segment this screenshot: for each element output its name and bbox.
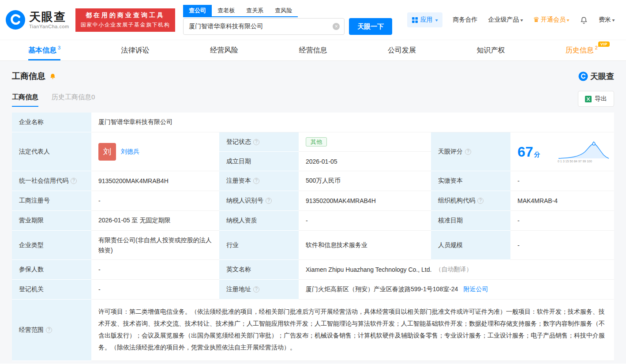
business-info-table: 企业名称 厦门智谱华章科技有限公司 法定代表人 刘 刘德兵 登记状态 ? 其他 … [12,113,614,361]
export-button[interactable]: 导出 [578,91,614,107]
field-legal-rep-value: 刘 刘德兵 [91,132,219,171]
search-tab-relation[interactable]: 查关系 [240,5,269,16]
tab-operating-risk[interactable]: 经营风险 [210,40,238,60]
tab-basic-info[interactable]: 基本信息 3 [28,40,60,60]
help-question-icon[interactable]: ? [46,327,52,333]
field-establish-date-label: 成立日期 [219,152,299,171]
chevron-down-icon: ▾ [612,18,615,23]
search-button[interactable]: 天眼一下 [349,18,392,35]
status-badge: 其他 [306,137,327,146]
field-credit-code-value: 91350200MAK4MRAB4H [91,171,219,191]
field-english-name-label: 英文名称 [219,260,299,280]
score-axis-labels: 0 1 3 15 50 84 97 99 100 [558,160,611,163]
main-nav: 基本信息 3 法律诉讼 经营风险 经营信息 公司发展 知识产权 历史信息 2 V… [0,40,626,61]
field-establish-date-value: 2026-01-05 [299,152,431,171]
tab-intellectual-property[interactable]: 知识产权 [476,40,505,60]
brand-domain: TianYanCha.com [29,24,69,29]
promo-line2: 国家中小企业发展子基金旗下机构 [81,21,170,29]
help-question-icon[interactable]: ? [477,198,484,204]
score-number: 67 [517,145,533,159]
field-business-scope-value: 许可项目：第二类增值电信业务。（依法须经批准的项目，经相关部门批准后方可开展经营… [91,300,614,361]
help-question-icon[interactable]: ? [253,286,259,293]
top-menu: 应用 ▾ 商务合作 企业级产品 ▾ ♛ 开通会员 ▾ 费米 ▾ [407,12,615,27]
nearby-companies-link[interactable]: 附近公司 [463,285,488,293]
notification-bell-icon[interactable] [580,16,588,24]
tab-operating-info[interactable]: 经营信息 [299,40,327,60]
user-menu[interactable]: 费米 ▾ [599,16,615,24]
menu-enterprise-label: 企业级产品 [488,16,519,24]
vip-badge: VIP [598,41,610,47]
help-question-icon[interactable]: ? [253,178,259,184]
menu-cooperation-label: 商务合作 [453,16,478,24]
tianyancha-logo-icon [578,71,588,81]
field-english-name-value: Xiamen Zhipu Huazhang Technology Co., Lt… [299,260,614,280]
field-taxpayer-quality-label: 纳税人资质 [219,211,299,231]
top-header: 天眼查 TianYanCha.com 都在用的商业查询工具 国家中小企业发展子基… [0,0,626,40]
menu-cooperation[interactable]: 商务合作 [453,16,478,24]
menu-vip[interactable]: ♛ 开通会员 ▾ [533,16,569,24]
field-reg-capital-label: 注册资本 ? [219,171,299,191]
search-tab-company[interactable]: 查公司 [183,5,212,16]
field-score-value[interactable]: 67 分 0 1 3 15 50 84 97 99 100 [510,132,614,171]
search-box[interactable]: × [183,18,345,35]
field-approval-date-label: 核准日期 [431,211,510,231]
search-tabs: 查公司 查老板 查关系 查风险 [183,5,298,17]
subscribe-bell-icon[interactable] [49,73,56,80]
tab-legal-litigation[interactable]: 法律诉讼 [121,40,150,60]
search-area: 查公司 查老板 查关系 查风险 × 天眼一下 [183,5,392,35]
tab-basic-info-count: 3 [58,45,60,50]
search-tab-boss[interactable]: 查老板 [212,5,240,16]
field-approval-date-value: - [510,211,614,231]
field-taxpayer-quality-value: - [299,211,431,231]
field-reg-address-label: 注册地址 ? [219,280,299,300]
field-reg-address-value: 厦门火炬高新区（翔安）产业区春波路599-1号108室-24 附近公司 [299,280,614,300]
field-org-code-value: MAK4MRAB-4 [510,191,614,211]
tab-history-info[interactable]: 历史信息 2 VIP [566,40,598,60]
legal-rep-avatar[interactable]: 刘 [98,143,116,161]
field-company-name-value: 厦门智谱华章科技有限公司 [91,113,614,132]
field-paid-capital-label: 实缴资本 [431,171,510,191]
auto-translate-note: （自动翻译） [435,266,472,274]
apps-menu-label: 应用 [420,16,433,24]
tab-company-development[interactable]: 公司发展 [388,40,416,60]
chevron-down-icon: ▾ [435,18,438,23]
field-business-scope-label: 经营范围 ? [12,300,91,361]
field-taxpayer-id-value: 91350200MAK4MRAB4H [299,191,431,211]
field-business-term-value: 2026-01-05 至 无固定期限 [91,211,219,231]
search-tab-risk[interactable]: 查风险 [269,5,298,16]
field-industry-label: 行业 [219,231,299,260]
field-reg-number-label: 工商注册号 [12,191,91,211]
brand-logo[interactable]: 天眼查 TianYanCha.com [5,10,69,30]
help-question-icon[interactable]: ? [253,139,259,145]
help-question-icon[interactable]: ? [71,178,77,184]
subtab-history-business-info[interactable]: 历史工商信息0 [52,93,95,107]
field-company-type-value: 有限责任公司(非自然人投资或控股的法人独资) [91,231,219,260]
field-legal-rep-label: 法定代表人 [12,132,91,171]
crown-icon: ♛ [533,16,540,23]
user-menu-label: 费米 [599,16,611,24]
menu-enterprise[interactable]: 企业级产品 ▾ [488,16,523,24]
field-insured-count-label: 参保人数 [12,260,91,280]
promo-banner: 都在用的商业查询工具 国家中小企业发展子基金旗下机构 [75,8,176,32]
tianyancha-logo-icon [5,10,26,30]
score-unit: 分 [534,151,540,159]
field-industry-value: 软件和信息技术服务业 [299,231,431,260]
apps-menu[interactable]: 应用 ▾ [407,12,442,27]
clear-search-icon[interactable]: × [333,23,340,30]
field-taxpayer-id-label: 纳税人识别号 ? [219,191,299,211]
company-search-input[interactable] [188,23,333,30]
content-area: 工商信息 天眼查 工商信息 历史工商信息0 导出 企业名称 厦门智谱华章科技有限… [0,61,626,364]
legal-rep-link[interactable]: 刘德兵 [121,148,139,156]
menu-vip-label: 开通会员 [541,16,566,24]
field-staff-size-value: - [510,231,614,260]
help-question-icon[interactable]: ? [266,198,272,204]
grid-icon [412,17,418,23]
subtab-business-info[interactable]: 工商信息 [12,93,38,107]
field-reg-status-value: 其他 [299,132,431,152]
field-reg-authority-value: - [91,280,219,300]
tab-history-info-count: 2 [595,45,598,50]
score-distribution-chart: 0 1 3 15 50 84 97 99 100 [558,141,611,163]
field-org-code-label: 组织机构代码 ? [431,191,510,211]
field-insured-count-value: - [91,260,219,280]
help-question-icon[interactable]: ? [465,149,471,155]
